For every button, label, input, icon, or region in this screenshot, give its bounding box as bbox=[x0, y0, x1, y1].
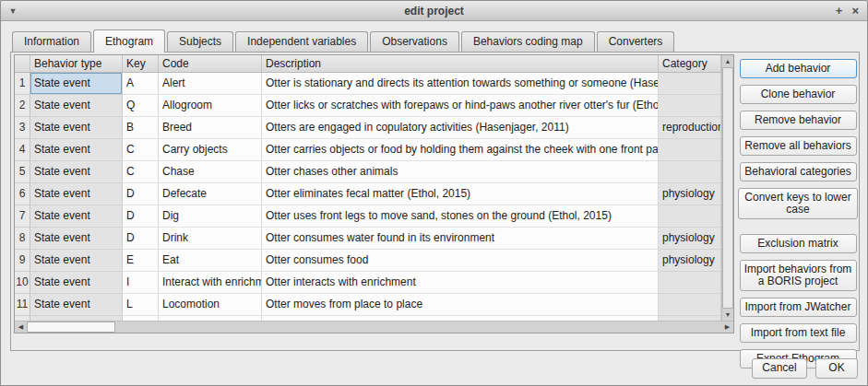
key-cell[interactable]: E bbox=[123, 250, 159, 272]
exclusion-matrix-button[interactable]: Exclusion matrix bbox=[740, 234, 857, 253]
convert-keys-to-lower-case-button[interactable]: Convert keys to lower case bbox=[738, 188, 858, 219]
description-cell[interactable]: Otter carries objects or food by holding… bbox=[262, 139, 659, 161]
code-cell[interactable]: Alert bbox=[159, 73, 262, 95]
remove-all-behaviors-button[interactable]: Remove all behaviors bbox=[740, 136, 857, 156]
row-number-cell[interactable]: 2 bbox=[15, 95, 30, 117]
tab-subjects[interactable]: Subjects bbox=[167, 31, 233, 52]
key-cell[interactable]: B bbox=[123, 117, 159, 139]
category-cell[interactable]: physiology bbox=[659, 183, 721, 205]
behavior-type-cell[interactable]: State event bbox=[30, 272, 123, 294]
key-cell[interactable]: I bbox=[123, 272, 159, 294]
key-cell[interactable]: D bbox=[123, 228, 159, 250]
category-cell[interactable] bbox=[659, 294, 721, 316]
import-from-text-file-button[interactable]: Import from text file bbox=[740, 323, 857, 343]
code-cell[interactable]: Interact with enrichment bbox=[159, 272, 262, 294]
row-number-cell[interactable]: 10 bbox=[15, 272, 30, 294]
behavior-type-cell[interactable]: State event bbox=[30, 294, 123, 316]
import-from-jwatcher-button[interactable]: Import from JWatcher bbox=[740, 298, 857, 317]
category-cell[interactable] bbox=[659, 272, 721, 294]
add-behavior-button[interactable]: Add behavior bbox=[740, 59, 857, 78]
row-number-cell[interactable]: 6 bbox=[15, 183, 30, 205]
scroll-down-icon[interactable]: ▼ bbox=[722, 309, 733, 321]
description-cell[interactable]: Otter chases other animals bbox=[262, 161, 659, 183]
behavior-type-cell[interactable]: State event bbox=[30, 73, 123, 95]
category-cell[interactable] bbox=[659, 95, 721, 117]
code-cell[interactable]: Breed bbox=[159, 117, 262, 139]
key-cell[interactable]: D bbox=[123, 183, 159, 205]
category-cell[interactable] bbox=[659, 139, 721, 161]
tab-converters[interactable]: Converters bbox=[597, 31, 675, 52]
tab-behaviors-coding-map[interactable]: Behaviors coding map bbox=[461, 31, 595, 52]
description-cell[interactable]: Otter uses front legs to move sand, ston… bbox=[262, 205, 659, 228]
code-cell[interactable]: Defecate bbox=[159, 183, 262, 205]
code-cell[interactable]: Chase bbox=[159, 161, 262, 183]
description-cell[interactable]: Otter licks or scratches with forepaws o… bbox=[262, 95, 659, 117]
key-cell[interactable]: C bbox=[123, 139, 159, 161]
behavior-type-cell[interactable]: State event bbox=[30, 161, 123, 183]
category-cell[interactable] bbox=[659, 161, 721, 183]
code-cell[interactable]: Locomotion bbox=[159, 294, 262, 316]
row-number-cell[interactable]: 4 bbox=[15, 139, 30, 161]
code-cell[interactable]: Eat bbox=[159, 250, 262, 272]
category-cell[interactable] bbox=[659, 205, 721, 228]
behavior-type-cell[interactable]: State event bbox=[30, 228, 123, 250]
cancel-button[interactable]: Cancel bbox=[752, 358, 807, 379]
code-cell[interactable]: Dig bbox=[159, 205, 262, 228]
horizontal-scrollbar[interactable]: ◀ ▶ bbox=[15, 321, 733, 333]
key-cell[interactable]: D bbox=[123, 205, 159, 228]
vertical-scrollbar[interactable]: ▲ ▼ bbox=[721, 55, 733, 321]
category-cell[interactable] bbox=[659, 73, 721, 95]
key-cell[interactable]: C bbox=[123, 161, 159, 183]
vertical-scroll-handle[interactable] bbox=[722, 67, 733, 309]
scroll-up-icon[interactable]: ▲ bbox=[722, 55, 733, 67]
code-cell[interactable]: Carry objects bbox=[159, 139, 262, 161]
behavior-type-cell[interactable]: State event bbox=[30, 183, 123, 205]
behavior-type-cell[interactable]: State event bbox=[30, 250, 123, 272]
row-number-cell[interactable]: 8 bbox=[15, 228, 30, 250]
description-cell[interactable]: Otter eliminates fecal matter (Ethol, 20… bbox=[262, 183, 659, 205]
row-number-cell[interactable]: 1 bbox=[15, 73, 30, 95]
code-cell[interactable]: Allogroom bbox=[159, 95, 262, 117]
horizontal-scroll-handle[interactable] bbox=[27, 322, 115, 333]
scroll-left-icon[interactable]: ◀ bbox=[15, 322, 27, 333]
behavior-type-cell[interactable]: State event bbox=[30, 117, 123, 139]
tab-independent-variables[interactable]: Independent variables bbox=[235, 31, 368, 52]
row-number-cell[interactable]: 7 bbox=[15, 205, 30, 228]
header-code[interactable]: Code bbox=[159, 55, 262, 73]
scroll-right-icon[interactable]: ▶ bbox=[721, 322, 733, 333]
header-corner[interactable] bbox=[15, 55, 30, 73]
title-bar[interactable]: ▼ edit project + × bbox=[1, 1, 867, 21]
description-cell[interactable]: Otter moves from place to place bbox=[262, 294, 659, 316]
category-cell[interactable]: physiology bbox=[659, 250, 721, 272]
clone-behavior-button[interactable]: Clone behavior bbox=[740, 85, 857, 104]
description-cell[interactable]: Otters are engaged in copulatory activit… bbox=[262, 117, 659, 139]
key-cell[interactable]: A bbox=[123, 73, 159, 95]
behavior-type-cell[interactable]: State event bbox=[30, 95, 123, 117]
description-cell[interactable]: Otter consumes water found in its enviro… bbox=[262, 228, 659, 250]
behavior-type-cell[interactable]: State event bbox=[30, 205, 123, 228]
maximize-button[interactable]: + bbox=[836, 5, 843, 17]
key-cell[interactable]: L bbox=[123, 294, 159, 316]
remove-behavior-button[interactable]: Remove behavior bbox=[740, 111, 857, 130]
row-number-cell[interactable]: 3 bbox=[15, 117, 30, 139]
ok-button[interactable]: OK bbox=[815, 358, 858, 379]
close-button[interactable]: × bbox=[851, 5, 859, 17]
tab-ethogram[interactable]: Ethogram bbox=[93, 29, 165, 53]
header-behavior-type[interactable]: Behavior type bbox=[30, 55, 123, 73]
behavior-type-cell[interactable]: State event bbox=[30, 139, 123, 161]
description-cell[interactable]: Otter is stationary and directs its atte… bbox=[262, 73, 659, 95]
import-behaviors-from-a-boris-project-button[interactable]: Import behaviors from a BORIS project bbox=[740, 260, 857, 291]
tab-information[interactable]: Information bbox=[12, 31, 91, 52]
description-cell[interactable]: Otter interacts with enrichment bbox=[262, 272, 659, 294]
behavioral-categories-button[interactable]: Behavioral categories bbox=[740, 162, 857, 181]
header-description[interactable]: Description bbox=[262, 55, 659, 73]
description-cell[interactable]: Otter consumes food bbox=[262, 250, 659, 272]
header-key[interactable]: Key bbox=[123, 55, 159, 73]
row-number-cell[interactable]: 5 bbox=[15, 161, 30, 183]
tab-observations[interactable]: Observations bbox=[370, 31, 459, 52]
header-category[interactable]: Category bbox=[659, 55, 721, 73]
key-cell[interactable]: Q bbox=[123, 95, 159, 117]
category-cell[interactable]: physiology bbox=[659, 228, 721, 250]
category-cell[interactable]: reproduction bbox=[659, 117, 721, 139]
row-number-cell[interactable]: 11 bbox=[15, 294, 30, 316]
